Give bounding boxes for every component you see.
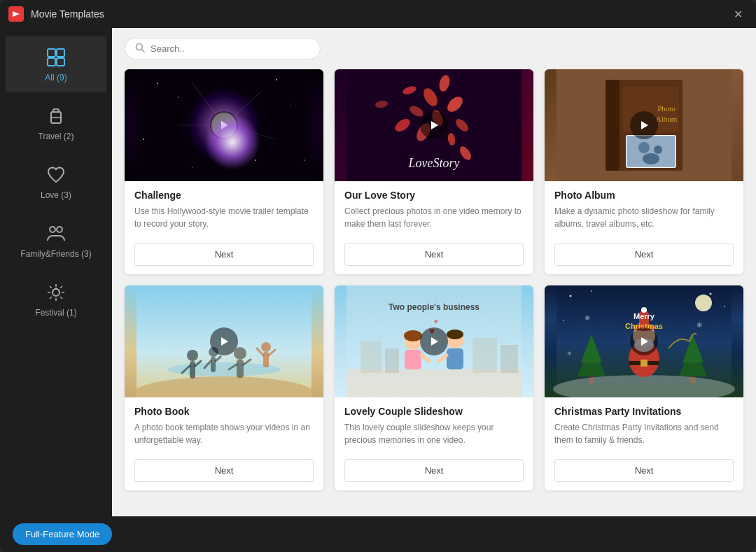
template-title-lovestory: Our Love Story [344,190,524,201]
svg-rect-82 [447,348,463,369]
svg-rect-73 [360,341,382,373]
close-button[interactable]: ✕ [728,4,748,24]
sidebar-item-love-label: Love (3) [41,190,71,200]
template-desc-couple: This lovely couple slideshow keeps your … [344,421,524,449]
title-bar: Movie Templates ✕ [0,0,756,28]
svg-rect-0 [48,49,55,57]
sidebar-item-love[interactable]: Love (3) [6,154,106,210]
svg-rect-64 [237,360,244,378]
svg-rect-79 [405,350,421,369]
svg-text:Merry: Merry [634,312,655,320]
template-info-christmas: Christmas Party Invitations Create Chris… [545,397,743,453]
svg-text:❄: ❄ [696,321,702,329]
sidebar-item-family[interactable]: Family&Friends (3) [6,213,106,269]
thumb-couple: Two people's business [335,285,533,397]
svg-rect-76 [500,345,518,373]
template-info-photobook: Photo Book A photo book template shows y… [125,397,323,453]
full-feature-button[interactable]: Full-Feature Mode [13,523,112,545]
svg-point-91 [710,293,712,295]
svg-rect-3 [57,58,64,66]
template-title-christmas: Christmas Party Invitations [554,406,734,417]
template-desc-challenge: Use this Hollywood-style movie trailer t… [134,205,314,233]
svg-point-21 [192,167,192,167]
app-logo [8,6,24,22]
svg-point-51 [643,153,659,164]
sidebar-item-all[interactable]: All (9) [6,36,106,92]
svg-point-17 [276,79,277,80]
next-btn-lovestory[interactable]: Next [344,243,524,266]
svg-rect-2 [48,58,55,66]
main-layout: All (9) Travel (2) Love (3) [0,28,756,516]
svg-point-6 [50,227,55,232]
svg-point-18 [290,104,290,104]
svg-point-16 [178,97,179,98]
template-desc-photobook: A photo book template shows your videos … [134,421,314,449]
svg-point-55 [187,350,198,361]
search-icon [135,43,145,55]
search-input[interactable] [150,43,304,54]
svg-text:♥: ♥ [434,318,438,325]
thumb-photobook [125,285,323,397]
svg-point-7 [57,227,62,232]
search-input-wrap [125,38,321,59]
sidebar-item-festival-label: Festival (1) [35,308,76,318]
next-btn-photoalbum[interactable]: Next [554,243,734,266]
next-btn-christmas[interactable]: Next [554,459,734,482]
svg-rect-108 [640,360,648,367]
svg-text:❄: ❄ [567,351,572,357]
template-info-challenge: Challenge Use this Hollywood-style movie… [125,181,323,237]
template-card-christmas: Merry Christmas ❄ ❄ ❄ Christmas Party In… [545,285,743,490]
sidebar-item-travel-label: Travel (2) [38,132,74,141]
template-desc-christmas: Create Christmas Party Invitations and s… [554,421,734,449]
window-title: Movie Templates [31,8,728,20]
template-card-couple: Two people's business [335,285,533,490]
sidebar-item-festival[interactable]: Festival (1) [6,271,106,327]
thumb-album: Photo Album [545,69,743,181]
sidebar-item-family-label: Family&Friends (3) [20,249,91,259]
play-btn-lovestory[interactable] [420,111,448,139]
template-title-couple: Lovely Couple Slideshow [344,406,524,417]
template-info-couple: Lovely Couple Slideshow This lovely coup… [335,397,533,453]
next-btn-challenge[interactable]: Next [134,243,314,266]
svg-line-10 [142,50,145,52]
template-desc-lovestory: Collect precious photos in one video mem… [344,205,524,233]
svg-text:Album: Album [656,115,678,123]
bottom-bar: Full-Feature Mode [0,516,756,552]
svg-text:Two people's business: Two people's business [388,302,479,312]
svg-rect-74 [385,348,399,373]
thumb-christmas: Merry Christmas ❄ ❄ ❄ [545,285,743,397]
svg-rect-43 [606,80,620,171]
svg-rect-1 [57,49,64,57]
play-btn-couple[interactable] [420,327,448,355]
play-btn-photoalbum[interactable] [630,111,658,139]
template-desc-photoalbum: Make a dynamic photo slideshow for famil… [554,205,734,233]
svg-point-93 [563,320,564,321]
sidebar: All (9) Travel (2) Love (3) [0,28,112,516]
svg-point-50 [654,146,662,154]
content-area: Challenge Use this Hollywood-style movie… [112,28,756,516]
next-btn-photobook[interactable]: Next [134,459,314,482]
svg-text:Photo: Photo [657,104,676,113]
template-card-challenge: Challenge Use this Hollywood-style movie… [125,69,323,274]
next-btn-couple[interactable]: Next [344,459,524,482]
svg-point-94 [695,295,712,311]
template-info-lovestory: Our Love Story Collect precious photos i… [335,181,533,237]
template-title-photoalbum: Photo Album [554,190,734,201]
svg-rect-75 [472,338,497,373]
svg-point-22 [255,160,256,161]
template-title-photobook: Photo Book [134,406,314,417]
svg-rect-56 [190,361,195,378]
play-btn-challenge[interactable] [210,111,238,139]
svg-text:❄: ❄ [584,314,590,322]
template-title-challenge: Challenge [134,190,314,201]
svg-point-92 [724,306,725,307]
sidebar-item-all-label: All (9) [45,73,66,83]
thumb-lovestory: LoveStory [335,69,533,181]
template-info-photoalbum: Photo Album Make a dynamic photo slidesh… [545,181,743,237]
play-btn-photobook[interactable] [210,327,238,355]
svg-point-14 [218,120,230,131]
svg-text:LoveStory: LoveStory [408,156,460,170]
sidebar-item-travel[interactable]: Travel (2) [6,95,106,151]
play-btn-christmas[interactable] [630,327,658,355]
svg-rect-68 [263,352,269,367]
